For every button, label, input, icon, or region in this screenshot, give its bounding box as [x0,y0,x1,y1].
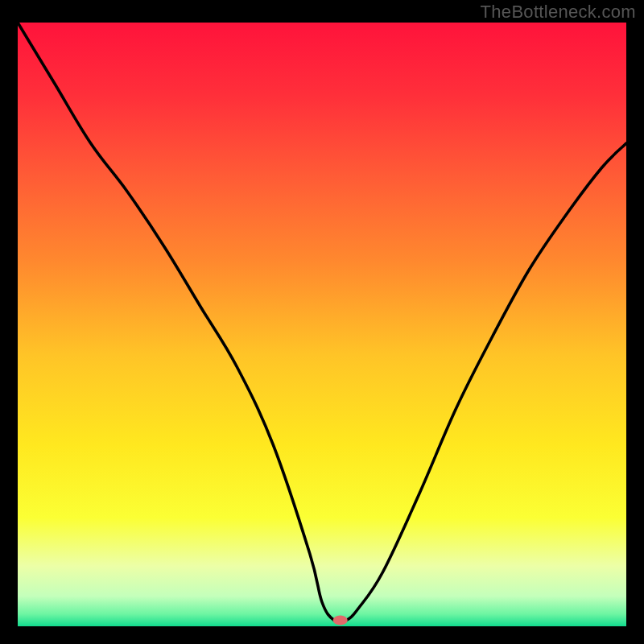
chart-frame: TheBottleneck.com [0,0,644,644]
gradient-background [18,23,626,626]
chart-svg [18,23,626,626]
bottleneck-chart [18,23,626,626]
watermark-text: TheBottleneck.com [481,2,636,23]
optimum-marker [333,616,348,625]
